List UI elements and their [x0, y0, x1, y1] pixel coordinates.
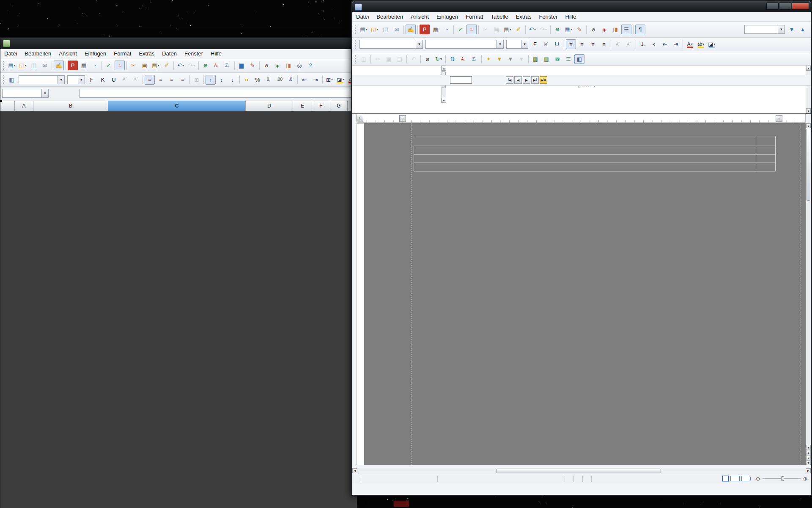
toolbar-grip[interactable]	[355, 25, 357, 34]
toolbar-grip[interactable]	[3, 61, 5, 70]
cell-name-box[interactable]: ▼	[2, 89, 49, 98]
toolbar-grip[interactable]	[355, 55, 357, 64]
zoom-in-icon[interactable]: ⊕	[803, 476, 807, 482]
single-page-view-icon[interactable]	[722, 476, 729, 481]
subscript-icon[interactable]: Aˇ	[624, 39, 634, 49]
function-wizard-button[interactable]	[50, 89, 59, 98]
column-header-B[interactable]: B	[33, 101, 108, 111]
table-cell[interactable]	[414, 146, 431, 154]
taskbar-chip[interactable]	[393, 500, 409, 507]
cut-icon[interactable]: ✂	[129, 61, 139, 70]
sort-descending-icon[interactable]: Z↓	[469, 54, 480, 64]
align-left-icon[interactable]: ≡	[566, 39, 576, 49]
font-color-icon[interactable]: A▾	[685, 39, 695, 49]
email-document-icon[interactable]: ✉	[392, 25, 402, 34]
table-cell[interactable]	[756, 163, 776, 171]
menu-extras[interactable]: Extras	[512, 12, 535, 21]
zoom-out-icon[interactable]: ⊖	[756, 476, 760, 482]
menu-format[interactable]: Format	[462, 12, 487, 21]
current-document-data-source-icon[interactable]: ☰	[563, 54, 573, 64]
sum-button[interactable]	[59, 89, 69, 98]
numbered-list-icon[interactable]: 1.	[638, 39, 648, 49]
table-column-marker[interactable]: ≡	[399, 115, 406, 122]
tab-type-selector[interactable]: L	[357, 115, 363, 121]
vertical-ruler[interactable]	[357, 123, 364, 465]
table-scrollbar[interactable]: ▲ ▼	[806, 66, 811, 113]
table-cell[interactable]	[414, 163, 431, 171]
document-canvas[interactable]	[364, 123, 806, 465]
column-header-E[interactable]: E	[293, 101, 312, 111]
show-draw-functions-icon[interactable]: ✎	[574, 25, 584, 34]
chevron-down-icon[interactable]: ▼	[778, 25, 785, 33]
borders-icon[interactable]: ⊞▾	[324, 75, 335, 85]
background-color-icon[interactable]: ◪▾	[335, 75, 346, 85]
add-decimal-icon[interactable]: .00	[274, 75, 285, 85]
copy-icon[interactable]: ▣	[140, 61, 150, 70]
chevron-down-icon[interactable]: ▼	[78, 76, 85, 84]
align-justified-icon[interactable]: ≡	[178, 75, 188, 85]
save-icon[interactable]: ◫	[381, 25, 391, 34]
styles-icon[interactable]: ◧	[7, 75, 17, 85]
underline-icon[interactable]: U	[109, 75, 119, 85]
scroll-right-icon[interactable]: ▶	[806, 468, 811, 473]
document-horizontal-scrollbar[interactable]: ◀ ▶	[352, 468, 811, 474]
document-vertical-scrollbar[interactable]: ▲ ▼ ▲ ● ▼	[806, 123, 811, 465]
decrease-indent-icon[interactable]: ⇤	[299, 75, 310, 85]
menu-fenster[interactable]: Fenster	[535, 12, 561, 21]
maximize-button[interactable]	[779, 3, 791, 10]
find-replace-icon[interactable]: ⌀	[261, 61, 272, 70]
number-format-percent-icon[interactable]: %	[252, 75, 263, 85]
hyperlink-icon[interactable]: ⊕	[552, 25, 562, 34]
gallery-icon[interactable]: ◨	[283, 61, 294, 70]
paste-icon[interactable]: ▤▾	[502, 25, 513, 34]
previous-page-icon[interactable]: ▲	[806, 450, 811, 455]
redo-icon[interactable]: ↷▾	[538, 25, 549, 34]
remove-filter-icon[interactable]: ▼	[516, 54, 527, 64]
table-column-marker[interactable]: ≡	[776, 115, 782, 122]
paragraph-style-combo[interactable]: ▼	[359, 40, 423, 49]
page-preview-icon[interactable]: ◔	[442, 25, 452, 34]
align-justified-icon[interactable]: ≡	[599, 39, 609, 49]
record-number-input[interactable]	[450, 76, 472, 84]
chevron-down-icon[interactable]: ▼	[497, 40, 503, 48]
menu-ansicht[interactable]: Ansicht	[55, 49, 81, 58]
table-cell[interactable]	[431, 163, 776, 171]
first-record-button[interactable]: Ⅰ◀	[506, 76, 513, 84]
table-cell[interactable]	[414, 155, 431, 163]
table-cell[interactable]	[756, 136, 776, 146]
last-record-button[interactable]: ▶Ⅰ	[531, 76, 539, 84]
find-record-icon[interactable]: ⌀	[422, 54, 433, 64]
toolbar-grip[interactable]	[355, 40, 357, 49]
bold-icon[interactable]: F	[530, 39, 540, 49]
scroll-left-icon[interactable]: ◀	[352, 468, 357, 473]
mail-merge-icon[interactable]: ✉	[552, 54, 562, 64]
horizontal-ruler[interactable]: L ≡ ≡	[357, 114, 806, 123]
open-document-icon[interactable]: ◱▾	[370, 25, 380, 34]
hyperlink-icon[interactable]: ⊕	[200, 61, 211, 70]
toolbar-grip[interactable]	[3, 75, 5, 84]
undo-icon[interactable]: ↶	[409, 54, 419, 64]
menu-einfügen[interactable]: Einfügen	[433, 12, 462, 21]
copy-icon[interactable]: ▣	[491, 25, 502, 34]
formula-button[interactable]	[69, 89, 78, 98]
sort-ascending-icon[interactable]: A↓	[211, 61, 222, 70]
next-record-button[interactable]: ▶	[523, 76, 530, 84]
page-preview-icon[interactable]: ◔	[90, 61, 100, 70]
new-document-icon[interactable]: ▤▾	[7, 61, 17, 70]
sort-icon[interactable]: ⇅	[447, 54, 458, 64]
cut-icon[interactable]: ✂	[373, 54, 383, 64]
font-size-combo[interactable]: ▼	[506, 40, 528, 49]
superscript-icon[interactable]: Aˆ	[613, 39, 623, 49]
new-record-button[interactable]: ▶✱	[540, 76, 547, 84]
spellcheck-icon[interactable]: ✓	[104, 61, 114, 70]
format-paintbrush-icon[interactable]: ✐	[513, 25, 524, 34]
menu-daten[interactable]: Daten	[158, 49, 181, 58]
increase-indent-icon[interactable]: ⇥	[310, 75, 321, 85]
menu-tabelle[interactable]: Tabelle	[487, 12, 512, 21]
multi-page-view-icon[interactable]	[730, 476, 740, 481]
table-cell[interactable]	[756, 146, 776, 154]
menu-datei[interactable]: Datei	[352, 12, 373, 21]
align-right-icon[interactable]: ≡	[167, 75, 177, 85]
merge-cells-icon[interactable]: ⊞	[192, 75, 202, 85]
align-center-icon[interactable]: ≡	[577, 39, 587, 49]
